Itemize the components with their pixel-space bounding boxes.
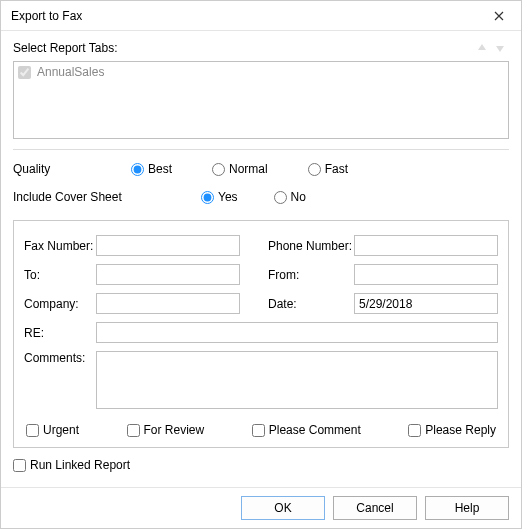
arrow-up-icon xyxy=(476,42,488,54)
cancel-button[interactable]: Cancel xyxy=(333,496,417,520)
radio-label: Normal xyxy=(229,162,268,176)
please-comment-checkbox[interactable]: Please Comment xyxy=(252,423,361,437)
select-tabs-label: Select Report Tabs: xyxy=(13,41,473,55)
re-input[interactable] xyxy=(96,322,498,343)
date-input[interactable] xyxy=(354,293,498,314)
checkbox-label: Run Linked Report xyxy=(30,458,130,472)
list-item-checkbox[interactable] xyxy=(18,66,31,79)
radio-input[interactable] xyxy=(308,163,321,176)
quality-normal-radio[interactable]: Normal xyxy=(212,162,268,176)
radio-input[interactable] xyxy=(212,163,225,176)
date-label: Date: xyxy=(268,297,354,311)
ok-button[interactable]: OK xyxy=(241,496,325,520)
arrow-down-icon xyxy=(494,42,506,54)
from-label: From: xyxy=(268,268,354,282)
checkbox-label: Please Reply xyxy=(425,423,496,437)
company-input[interactable] xyxy=(96,293,240,314)
quality-fast-radio[interactable]: Fast xyxy=(308,162,348,176)
to-label: To: xyxy=(24,268,96,282)
quality-best-radio[interactable]: Best xyxy=(131,162,172,176)
phone-number-input[interactable] xyxy=(354,235,498,256)
titlebar: Export to Fax xyxy=(1,1,521,31)
cover-sheet-frame: Fax Number: Phone Number: To: From: Comp… xyxy=(13,220,509,448)
report-tabs-list[interactable]: AnnualSales xyxy=(13,61,509,139)
help-button[interactable]: Help xyxy=(425,496,509,520)
for-review-checkbox[interactable]: For Review xyxy=(127,423,205,437)
checkbox-input[interactable] xyxy=(408,424,421,437)
checkbox-input[interactable] xyxy=(26,424,39,437)
footer: OK Cancel Help xyxy=(1,487,521,528)
company-label: Company: xyxy=(24,297,96,311)
comments-label: Comments: xyxy=(24,351,96,409)
to-input[interactable] xyxy=(96,264,240,285)
quality-label: Quality xyxy=(13,162,123,176)
cover-sheet-label: Include Cover Sheet xyxy=(13,190,123,204)
checkbox-input[interactable] xyxy=(13,459,26,472)
divider xyxy=(13,149,509,150)
move-down-button[interactable] xyxy=(491,39,509,57)
move-up-button[interactable] xyxy=(473,39,491,57)
phone-number-label: Phone Number: xyxy=(268,239,354,253)
radio-label: Yes xyxy=(218,190,238,204)
fax-number-input[interactable] xyxy=(96,235,240,256)
re-label: RE: xyxy=(24,326,96,340)
cover-yes-radio[interactable]: Yes xyxy=(201,190,238,204)
radio-input[interactable] xyxy=(201,191,214,204)
from-input[interactable] xyxy=(354,264,498,285)
checkbox-label: Please Comment xyxy=(269,423,361,437)
checkbox-input[interactable] xyxy=(127,424,140,437)
list-item[interactable]: AnnualSales xyxy=(16,64,506,80)
list-item-label: AnnualSales xyxy=(37,65,104,79)
please-reply-checkbox[interactable]: Please Reply xyxy=(408,423,496,437)
urgent-checkbox[interactable]: Urgent xyxy=(26,423,79,437)
fax-number-label: Fax Number: xyxy=(24,239,96,253)
comments-input[interactable] xyxy=(96,351,498,409)
radio-input[interactable] xyxy=(274,191,287,204)
checkbox-input[interactable] xyxy=(252,424,265,437)
radio-label: Best xyxy=(148,162,172,176)
radio-label: No xyxy=(291,190,306,204)
close-button[interactable] xyxy=(476,1,521,30)
radio-input[interactable] xyxy=(131,163,144,176)
content-pane: Select Report Tabs: AnnualSales Quality … xyxy=(1,31,521,487)
run-linked-report-checkbox[interactable]: Run Linked Report xyxy=(13,458,509,472)
cover-no-radio[interactable]: No xyxy=(274,190,306,204)
close-icon xyxy=(494,11,504,21)
checkbox-label: Urgent xyxy=(43,423,79,437)
checkbox-label: For Review xyxy=(144,423,205,437)
window-title: Export to Fax xyxy=(11,9,476,23)
radio-label: Fast xyxy=(325,162,348,176)
